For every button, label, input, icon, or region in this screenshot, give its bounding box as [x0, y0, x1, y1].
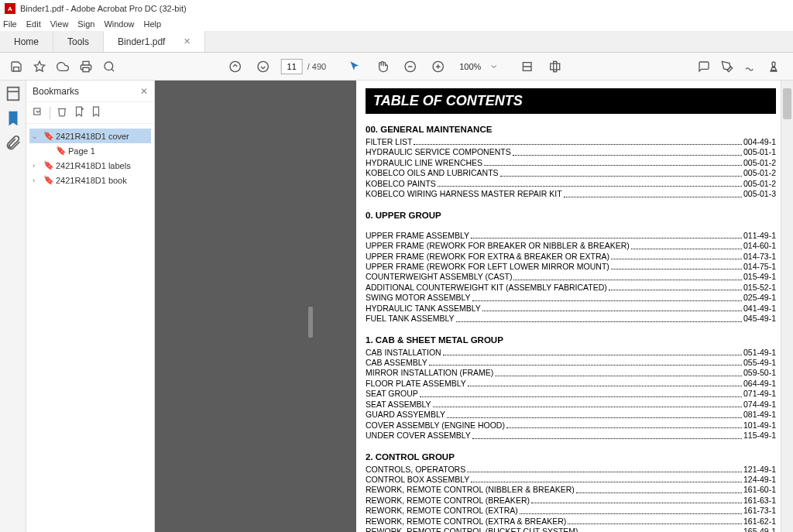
toc-entry: SEAT ASSEMBLY 074-49-1	[366, 400, 776, 410]
splitter-handle[interactable]	[308, 307, 313, 338]
toc-entry: REWORK, REMOTE CONTROL (BUCKET CUT SYSTE…	[366, 527, 776, 532]
bookmark-item[interactable]: 🔖 Page 1	[42, 143, 151, 158]
close-panel-icon[interactable]: ✕	[140, 86, 148, 97]
bookmark-label: 2421R418D1 cover	[56, 132, 129, 141]
toc-entry: HYDRAULIC SERVICE COMPONENTS 005-01-1	[366, 147, 776, 157]
page-total: / 490	[307, 62, 326, 71]
pointer-icon[interactable]	[345, 57, 365, 77]
search-icon[interactable]	[99, 57, 119, 77]
svg-point-4	[230, 61, 240, 71]
find-bookmark-icon[interactable]	[91, 106, 101, 119]
menu-view[interactable]: View	[50, 19, 69, 29]
toc-entry: CONTROLS, OPERATORS 121-49-1	[366, 465, 776, 475]
toc-entry: UPPER FRAME ASSEMBLY 011-49-1	[366, 231, 776, 241]
menu-edit[interactable]: Edit	[26, 19, 41, 29]
bookmark-icon: 🔖	[43, 131, 53, 141]
toc-section-header: 00. GENERAL MAINTENANCE	[366, 125, 776, 134]
toc-entry: KOBELCO OILS AND LUBRICANTS 005-01-2	[366, 168, 776, 178]
hand-icon[interactable]	[372, 57, 393, 77]
expand-icon[interactable]: ›	[33, 162, 40, 170]
toc-entry: CAB ASSEMBLY 055-49-1	[366, 358, 776, 368]
menu-help[interactable]: Help	[144, 19, 162, 29]
page-down-icon[interactable]	[253, 57, 273, 77]
options-icon[interactable]	[33, 106, 43, 119]
chevron-down-icon[interactable]	[489, 57, 498, 77]
toc-entry: HYDRAULIC TANK ASSEMBLY 041-49-1	[366, 304, 776, 314]
bookmark-icon: 🔖	[56, 146, 65, 156]
toc-entry: KOBELCO WIRING HARNESS MASTER REPAIR KIT…	[366, 189, 776, 199]
toc-entry: SEAT GROUP 071-49-1	[366, 389, 776, 399]
thumbnails-icon[interactable]	[5, 85, 22, 102]
cloud-icon[interactable]	[53, 57, 73, 77]
svg-rect-13	[550, 63, 559, 70]
highlight-icon[interactable]	[717, 57, 737, 77]
bookmark-label: 2421R418D1 book	[56, 176, 127, 185]
attachments-icon[interactable]	[5, 135, 22, 152]
close-icon[interactable]: ✕	[184, 36, 191, 46]
expand-icon[interactable]: ›	[33, 177, 40, 184]
svg-point-2	[105, 62, 113, 70]
toc-entry: UPPER FRAME (REWORK FOR LEFT LOWER MIRRO…	[366, 262, 776, 272]
save-icon[interactable]	[6, 57, 26, 77]
bookmark-item[interactable]: › 🔖 2421R418D1 book	[29, 173, 151, 187]
zoom-level[interactable]: 100%	[456, 62, 484, 71]
bookmarks-tools	[26, 102, 154, 124]
toc-entry: FLOOR PLATE ASSEMBLY 064-49-1	[366, 379, 776, 389]
tab-home[interactable]: Home	[0, 31, 53, 52]
print-icon[interactable]	[76, 57, 96, 77]
toc-section-header: 0. UPPER GROUP	[366, 211, 776, 220]
tab-tools[interactable]: Tools	[53, 31, 104, 52]
collapse-icon[interactable]: ⌵	[33, 132, 40, 140]
toc-entry: REWORK, REMOTE CONTROL (EXTRA) 161-73-1	[366, 506, 776, 516]
comment-icon[interactable]	[694, 57, 714, 77]
toc-entry: REWORK, REMOTE CONTROL (NIBBLER & BREAKE…	[366, 485, 776, 495]
toc-entry: KOBELCO PAINTS 005-01-2	[366, 179, 776, 189]
toc-entry: HYDRAULIC LINE WRENCHES 005-01-2	[366, 158, 776, 168]
toc-section-header: 1. CAB & SHEET METAL GROUP	[366, 335, 776, 345]
bookmark-item[interactable]: › 🔖 2421R418D1 labels	[29, 158, 151, 173]
toolbar-center: / 490 100%	[225, 57, 568, 77]
toc-entry: REWORK, REMOTE CONTROL (BREAKER) 161-63-…	[366, 496, 776, 506]
side-strip	[0, 81, 26, 532]
svg-rect-1	[83, 67, 89, 71]
delete-icon[interactable]	[57, 106, 67, 119]
toolbar-right	[694, 57, 787, 77]
sign-icon[interactable]	[740, 57, 760, 77]
bookmarks-tree: ⌵ 🔖 2421R418D1 cover 🔖 Page 1 › 🔖 2421R4…	[26, 124, 154, 192]
window-title: Binder1.pdf - Adobe Acrobat Pro DC (32-b…	[20, 4, 187, 13]
toc-section-header: 2. CONTROL GROUP	[366, 452, 776, 462]
zoom-out-icon[interactable]	[400, 57, 421, 77]
svg-rect-15	[7, 88, 19, 101]
tab-document[interactable]: Binder1.pdf ✕	[104, 31, 205, 52]
stamp-icon[interactable]	[764, 57, 784, 77]
menu-sign[interactable]: Sign	[77, 19, 94, 29]
toc-entry: FUEL TANK ASSEMBLY 045-49-1	[366, 314, 776, 324]
tabbar: Home Tools Binder1.pdf ✕	[0, 31, 793, 53]
new-bookmark-icon[interactable]	[74, 106, 84, 119]
toc-entry: CONTROL BOX ASSEMBLY 124-49-1	[366, 475, 776, 485]
scrollbar-thumb[interactable]	[783, 88, 791, 119]
menu-file[interactable]: File	[3, 19, 17, 29]
titlebar: A Binder1.pdf - Adobe Acrobat Pro DC (32…	[0, 0, 793, 17]
page-up-icon[interactable]	[225, 57, 245, 77]
toc-entry: UNDER COVER ASSEMBLY 115-49-1	[366, 431, 776, 441]
bookmark-label: 2421R418D1 labels	[56, 161, 131, 170]
bookmarks-icon[interactable]	[5, 110, 22, 127]
toc-entry: COVER ASSEMBLY (ENGINE HOOD) 101-49-1	[366, 420, 776, 431]
zoom-in-icon[interactable]	[428, 57, 448, 77]
page-number-input[interactable]	[281, 59, 303, 74]
toc-entry: ADDITIONAL COUNTERWEIGHT KIT (ASSEMBLY F…	[366, 283, 776, 293]
bookmark-label: Page 1	[68, 146, 95, 156]
toc-entry: COUNTERWEIGHT ASSEMBLY (CAST) 015-49-1	[366, 272, 776, 282]
toolbar: / 490 100%	[0, 53, 793, 81]
bookmarks-header: Bookmarks ✕	[26, 81, 154, 102]
fit-width-icon[interactable]	[517, 57, 537, 77]
vertical-scrollbar[interactable]	[781, 81, 793, 532]
toc-entry: GUARD ASSYEMBLY 081-49-1	[366, 410, 776, 420]
star-icon[interactable]	[29, 57, 50, 77]
bookmarks-panel: Bookmarks ✕ ⌵ 🔖 2421R418D1 cover 🔖 Page …	[26, 81, 155, 532]
fit-page-icon[interactable]	[544, 57, 565, 77]
main: Bookmarks ✕ ⌵ 🔖 2421R418D1 cover 🔖 Page …	[0, 81, 793, 532]
menu-window[interactable]: Window	[104, 19, 134, 29]
bookmark-item[interactable]: ⌵ 🔖 2421R418D1 cover	[29, 129, 151, 143]
